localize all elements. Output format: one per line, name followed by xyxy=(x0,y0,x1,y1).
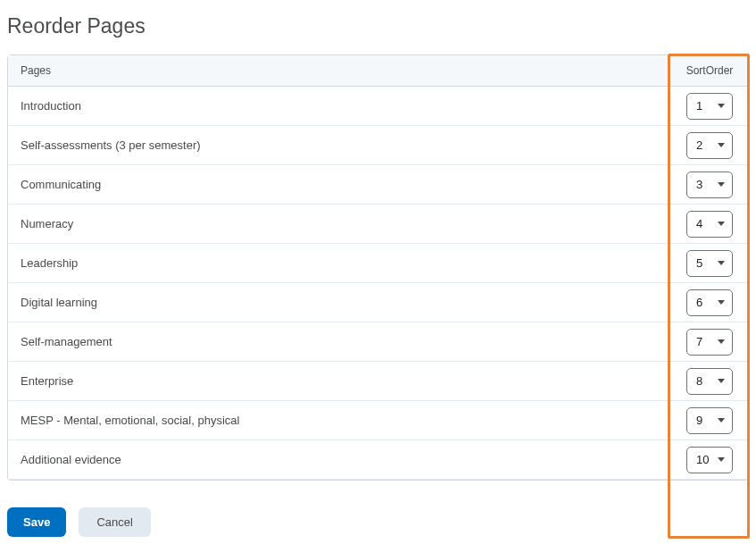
chevron-down-icon xyxy=(718,261,725,265)
sort-order-value: 2 xyxy=(696,138,702,152)
reorder-table: Pages SortOrder Introduction 1 Self-asse… xyxy=(7,54,749,481)
chevron-down-icon xyxy=(718,182,725,187)
sortorder-column-header: SortOrder xyxy=(671,55,748,86)
sort-order-select[interactable]: 6 xyxy=(686,289,733,316)
table-row: Self-management 7 xyxy=(8,322,748,362)
sort-order-value: 1 xyxy=(696,99,702,113)
chevron-down-icon xyxy=(718,379,725,383)
page-label: Digital learning xyxy=(8,283,671,322)
save-button[interactable]: Save xyxy=(7,507,66,537)
table-row: Additional evidence 10 xyxy=(8,440,748,480)
sort-order-value: 4 xyxy=(696,217,702,230)
page-title: Reorder Pages xyxy=(7,14,749,38)
pages-column-header: Pages xyxy=(8,55,671,86)
sort-order-value: 7 xyxy=(696,335,702,348)
page-label: Leadership xyxy=(8,244,671,282)
page-label: Introduction xyxy=(8,87,671,125)
page-label: Numeracy xyxy=(8,205,671,243)
sort-order-select[interactable]: 8 xyxy=(686,368,733,395)
sort-order-select[interactable]: 9 xyxy=(686,407,733,434)
sort-order-select[interactable]: 7 xyxy=(686,329,733,356)
table-row: Numeracy 4 xyxy=(8,205,748,244)
sort-order-select[interactable]: 10 xyxy=(686,447,733,473)
chevron-down-icon xyxy=(718,418,725,423)
page-label: Self-management xyxy=(8,322,671,361)
sort-order-select[interactable]: 1 xyxy=(686,93,733,120)
chevron-down-icon xyxy=(718,222,725,226)
table-row: MESP - Mental, emotional, social, physic… xyxy=(8,401,748,440)
page-label: MESP - Mental, emotional, social, physic… xyxy=(8,401,671,439)
sort-order-value: 3 xyxy=(696,178,702,191)
page-label: Self-assessments (3 per semester) xyxy=(8,126,671,164)
sort-order-value: 9 xyxy=(696,414,702,427)
sort-order-value: 5 xyxy=(696,256,702,270)
table-row: Enterprise 8 xyxy=(8,362,748,401)
sort-order-value: 10 xyxy=(696,453,709,466)
table-row: Communicating 3 xyxy=(8,165,748,205)
sort-order-select[interactable]: 2 xyxy=(686,132,733,159)
chevron-down-icon xyxy=(718,300,725,305)
chevron-down-icon xyxy=(718,457,725,462)
action-button-row: Save Cancel xyxy=(7,507,749,537)
table-row: Digital learning 6 xyxy=(8,283,748,322)
page-label: Additional evidence xyxy=(8,440,671,479)
chevron-down-icon xyxy=(718,143,725,147)
cancel-button[interactable]: Cancel xyxy=(79,507,150,537)
chevron-down-icon xyxy=(718,339,725,344)
page-label: Enterprise xyxy=(8,362,671,400)
table-row: Leadership 5 xyxy=(8,244,748,283)
chevron-down-icon xyxy=(718,104,725,108)
table-row: Introduction 1 xyxy=(8,87,748,126)
sort-order-value: 6 xyxy=(696,296,702,309)
sort-order-select[interactable]: 3 xyxy=(686,172,733,198)
sort-order-select[interactable]: 4 xyxy=(686,211,733,238)
sort-order-value: 8 xyxy=(696,374,702,388)
page-label: Communicating xyxy=(8,165,671,204)
sort-order-select[interactable]: 5 xyxy=(686,250,733,277)
table-row: Self-assessments (3 per semester) 2 xyxy=(8,126,748,165)
table-header-row: Pages SortOrder xyxy=(8,55,748,87)
